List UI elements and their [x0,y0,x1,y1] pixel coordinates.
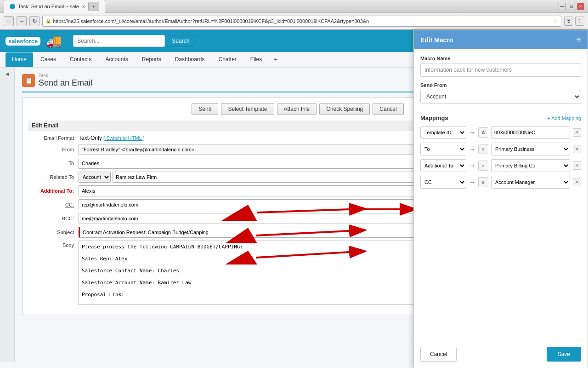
send-from-select[interactable]: Account [420,90,581,104]
additional-to-label: Additional To: [28,188,79,194]
nav-item-files[interactable]: Files [244,52,268,67]
mapping-value-select-2[interactable]: Primary Business [491,143,570,155]
related-to-label: Related To [28,174,79,180]
close-btn[interactable]: ✕ [577,3,584,10]
maximize-btn[interactable]: □ [568,3,575,10]
subject-label: Subject [28,230,79,235]
mapping-value-select-4[interactable]: Account Manager [491,176,570,189]
send-from-label: Send From [420,82,581,88]
task-icon: 📋 [22,74,35,87]
mapping-type-icon-1: A [478,127,488,138]
mapping-remove-btn-3[interactable]: ✕ [573,161,581,170]
cc-label: CC: [28,202,79,207]
mapping-arrow-3: → [469,162,475,169]
search-button[interactable]: Search [167,35,194,47]
tab-favicon [10,4,15,9]
mapping-remove-btn-4[interactable]: ✕ [573,178,581,186]
mapping-field-select-4[interactable]: CC [420,176,466,189]
send-button[interactable]: Send [192,103,218,115]
mapping-row-template-id: Template ID → A ✕ [420,126,581,139]
mapping-remove-btn-2[interactable]: ✕ [573,145,581,153]
nav-item-accounts[interactable]: Accounts [99,52,134,67]
ext-icon-menu[interactable]: ⋮ [575,17,584,26]
macro-name-input[interactable] [420,63,581,77]
bookmark-icon[interactable]: ☆ [552,17,558,25]
extension-icons: S ⋮ [564,17,584,26]
macro-name-label: Macro Name [420,56,581,61]
cancel-email-button[interactable]: Cancel [373,103,403,115]
sf-search-bar: Search [73,35,194,47]
mapping-row-additional-to: Additional To → ≡ Primary Billing Co ✕ [420,159,581,172]
sf-sidebar: ◀ [0,68,15,362]
switch-to-html-link[interactable]: [ Switch to HTML ] [103,135,144,141]
minimize-btn[interactable]: — [559,3,566,10]
mapping-field-select-2[interactable]: To [420,143,466,155]
nav-item-home[interactable]: Home [6,52,33,67]
macro-panel: Edit Macro ≡ Macro Name Send From Accoun… [413,30,588,368]
new-tab-btn[interactable]: + [88,2,99,11]
sf-logo[interactable]: salesforce [6,37,40,46]
bcc-label: BCC: [28,216,79,221]
refresh-btn[interactable]: ↻ [29,16,40,26]
mapping-type-icon-3: ≡ [478,161,488,171]
macro-save-button[interactable]: Save [547,347,581,362]
nav-item-chatter[interactable]: Chatter [212,52,243,67]
mapping-field-select-3[interactable]: Additional To [420,159,466,172]
browser-tab[interactable]: Task: Send an Email ~ sale ✕ + [4,0,105,13]
to-label: To [28,161,79,166]
mapping-value-input-1[interactable] [491,126,570,139]
select-template-button[interactable]: Select Template [221,103,274,115]
macro-cancel-button[interactable]: Cancel [420,347,457,362]
nav-add-btn[interactable]: + [269,52,282,67]
forward-btn[interactable]: → [17,16,27,26]
nav-item-reports[interactable]: Reports [136,52,168,67]
macro-menu-icon[interactable]: ≡ [576,35,581,45]
mapping-row-to: To → ≡ Primary Business ✕ [420,143,581,155]
mappings-title: Mappings [420,115,448,121]
search-input[interactable] [73,35,165,47]
title-bar: Task: Send an Email ~ sale ✕ + — □ ✕ [0,0,588,13]
mapping-row-cc: CC → ≡ Account Manager ✕ [420,176,581,189]
nav-bar: ← → ↻ 🔒 https://na25.salesforce.com/_ui/… [0,13,588,29]
nav-item-dashboards[interactable]: Dashboards [169,52,211,67]
macro-footer: Cancel Save [414,340,588,368]
add-mapping-btn[interactable]: + Add Mapping [547,115,581,121]
window-controls: — □ ✕ [559,3,584,10]
address-bar[interactable]: 🔒 https://na25.salesforce.com/_ui/core/e… [42,16,561,27]
macro-header: Edit Macro ≡ [414,30,588,49]
send-from-wrapper: Account [420,90,581,109]
body-label: Body [28,241,79,248]
mapping-arrow-4: → [469,178,475,186]
task-title-group: Task Send an Email [39,73,92,88]
tab-close-icon[interactable]: ✕ [82,4,85,9]
macro-title: Edit Macro [420,36,453,44]
related-to-select[interactable]: Account [79,172,111,183]
attach-file-button[interactable]: Attach File [277,103,317,115]
back-btn[interactable]: ← [4,16,14,26]
mapping-remove-btn-1[interactable]: ✕ [573,128,581,137]
task-label: Task [39,73,92,78]
mapping-value-select-3[interactable]: Primary Billing Co [491,159,570,172]
sidebar-collapse-btn[interactable]: ◀ [6,71,9,76]
truck-icon: 🚚 [46,34,62,49]
sf-app: salesforce 🚚 Search Home Cases Contacts … [0,30,588,368]
mapping-field-select-1[interactable]: Template ID [420,126,466,139]
mapping-type-icon-4: ≡ [478,177,488,187]
address-text: https://na25.salesforce.com/_ui/core/ema… [53,18,550,24]
ext-icon-1[interactable]: S [564,17,573,26]
nav-item-contacts[interactable]: Contacts [63,52,98,67]
mapping-type-icon-2: ≡ [478,144,488,154]
format-value: Text-Only [79,135,102,141]
mapping-arrow-1: → [469,129,475,136]
mapping-arrow-2: → [469,145,475,153]
title-bar-left: Task: Send an Email ~ sale ✕ + [4,0,105,13]
format-label: Email Format [28,135,79,141]
task-title: Send an Email [39,78,92,88]
check-spelling-button[interactable]: Check Spelling [319,103,370,115]
tab-title: Task: Send an Email ~ sale [18,4,79,9]
macro-body: Macro Name Send From Account Mappings + … [414,49,588,199]
from-label: From [28,147,79,152]
lock-icon: 🔒 [45,18,51,23]
nav-item-cases[interactable]: Cases [34,52,62,67]
browser-chrome: Task: Send an Email ~ sale ✕ + — □ ✕ ← →… [0,0,588,30]
